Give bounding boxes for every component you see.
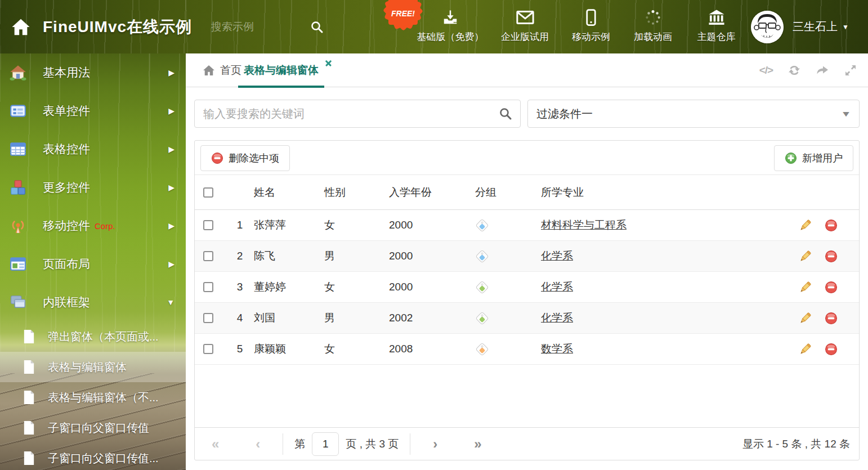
header-search <box>211 20 324 34</box>
keyword-search-box <box>194 100 521 128</box>
table-row: 5 康颖颖 女 2008 数学系 <box>195 334 859 365</box>
expand-icon[interactable] <box>843 64 858 77</box>
cubes-icon <box>9 179 27 196</box>
row-checkbox[interactable] <box>203 313 213 323</box>
chevron-right-icon: ▶ <box>168 221 175 230</box>
delete-row-icon[interactable] <box>825 343 838 356</box>
chevron-right-icon: ▶ <box>168 68 175 77</box>
file-icon <box>23 451 35 465</box>
envelope-icon <box>516 10 534 25</box>
pagination-bar: « ‹ 第 页 , 共 3 页 › » 显示 1 - 5 条 , 共 12 条 <box>195 427 859 460</box>
edit-pencil-icon[interactable] <box>799 281 812 294</box>
plus-circle-icon <box>785 152 797 164</box>
sidebar-item-form-controls[interactable]: 表单控件 ▶ <box>0 92 186 130</box>
column-header-name[interactable]: 姓名 <box>251 185 323 200</box>
top-header: FineUIMvc在线示例 FREE! 基础版（免费） <box>0 0 868 53</box>
refresh-icon[interactable] <box>787 64 802 77</box>
app-title: FineUIMvc在线示例 <box>43 16 192 38</box>
edit-pencil-icon[interactable] <box>799 343 812 356</box>
spinner-icon <box>645 9 661 26</box>
major-link[interactable]: 化学系 <box>541 250 573 262</box>
chevron-right-icon: ▶ <box>168 106 175 115</box>
header-nav: 基础版（免费） 企业版试用 移动示例 <box>414 8 751 43</box>
file-icon <box>23 390 35 405</box>
page-number-input[interactable] <box>312 432 339 456</box>
edit-pencil-icon[interactable] <box>799 312 812 325</box>
major-link[interactable]: 化学系 <box>541 312 573 324</box>
major-link[interactable]: 数学系 <box>541 343 573 355</box>
delete-row-icon[interactable] <box>825 281 838 294</box>
column-header-year[interactable]: 入学年份 <box>388 185 475 200</box>
user-menu[interactable]: 三生石上 ▼ <box>751 0 849 53</box>
delete-row-icon[interactable] <box>825 312 838 325</box>
delete-row-icon[interactable] <box>825 250 838 263</box>
antenna-icon <box>9 217 27 234</box>
add-user-button[interactable]: 新增用户 <box>774 145 853 171</box>
last-page-button[interactable]: » <box>474 437 481 451</box>
nav-item-theme-repo[interactable]: 主题仓库 <box>687 8 746 43</box>
sidebar-subitem-popup-window[interactable]: 弹出窗体（本页面或... <box>0 321 186 352</box>
sidebar-item-mobile-controls[interactable]: 移动控件 Corp. ▶ <box>0 207 186 245</box>
chevron-right-icon: ▶ <box>168 145 175 154</box>
tab-grid-edit-window[interactable]: 表格与编辑窗体 <box>238 53 324 87</box>
nav-item-basic-version[interactable]: 基础版（免费） <box>414 8 487 43</box>
tag-icon <box>475 311 489 325</box>
next-page-button[interactable]: › <box>433 437 437 451</box>
nav-item-mobile-demo[interactable]: 移动示例 <box>563 8 619 43</box>
major-link[interactable]: 化学系 <box>541 281 573 293</box>
sidebar-item-basic-usage[interactable]: 基本用法 ▶ <box>0 53 186 92</box>
delete-selected-button[interactable]: 删除选中项 <box>200 145 290 171</box>
sidebar-item-page-layout[interactable]: 页面布局 ▶ <box>0 245 186 283</box>
active-tab-underline <box>238 86 324 88</box>
column-header-gender[interactable]: 性别 <box>323 185 388 200</box>
row-checkbox[interactable] <box>203 344 213 354</box>
header-search-input[interactable] <box>211 21 296 33</box>
sidebar-subitem-grid-edit-window-2[interactable]: 表格与编辑窗体（不... <box>0 382 186 413</box>
sidebar: 基本用法 ▶ 表单控件 ▶ <box>0 53 186 470</box>
home-icon[interactable] <box>11 18 30 36</box>
row-checkbox[interactable] <box>203 220 213 230</box>
major-link[interactable]: 材料科学与工程系 <box>541 219 627 231</box>
tab-home[interactable]: 首页 <box>203 53 241 87</box>
sidebar-item-grid-controls[interactable]: 表格控件 ▶ <box>0 130 186 168</box>
row-checkbox[interactable] <box>203 282 213 292</box>
search-icon[interactable] <box>499 107 512 120</box>
form-icon <box>9 102 27 119</box>
delete-row-icon[interactable] <box>825 219 838 232</box>
select-all-checkbox[interactable] <box>203 187 213 198</box>
chevron-down-icon: ▼ <box>842 23 849 31</box>
filter-dropdown[interactable]: 过滤条件一 ▼ <box>527 100 860 128</box>
chevron-down-icon: ▼ <box>167 298 175 307</box>
record-summary: 显示 1 - 5 条 , 共 12 条 <box>742 437 850 451</box>
file-icon <box>23 329 35 344</box>
sidebar-item-more-controls[interactable]: 更多控件 ▶ <box>0 168 186 207</box>
sidebar-subitem-child-to-parent[interactable]: 子窗口向父窗口传值 <box>0 413 186 443</box>
close-icon[interactable] <box>325 59 332 66</box>
keyword-search-input[interactable] <box>195 108 499 120</box>
column-header-major[interactable]: 所学专业 <box>538 185 794 200</box>
edit-pencil-icon[interactable] <box>799 250 812 263</box>
code-icon[interactable]: </> <box>759 64 773 77</box>
search-icon[interactable] <box>310 20 324 34</box>
table-row: 4 刘国 男 2002 化学系 <box>195 303 859 334</box>
mobile-icon <box>586 9 596 26</box>
sidebar-subitem-child-to-parent-2[interactable]: 子窗口向父窗口传值... <box>0 443 186 470</box>
home-icon <box>9 64 27 81</box>
nav-item-loading-animation[interactable]: 加载动画 <box>625 8 681 43</box>
bank-icon <box>708 9 726 26</box>
row-checkbox[interactable] <box>203 251 213 261</box>
first-page-button[interactable]: « <box>212 437 219 451</box>
forward-icon[interactable] <box>815 64 830 77</box>
grid-panel: 删除选中项 新增用户 姓名 性别 入学年份 分组 <box>194 140 860 460</box>
corp-badge: Corp. <box>95 221 115 231</box>
sidebar-item-iframe[interactable]: 内联框架 ▼ <box>0 283 186 321</box>
edit-pencil-icon[interactable] <box>799 219 812 232</box>
page-label-suffix: 页 , 共 3 页 <box>346 437 399 451</box>
column-header-group[interactable]: 分组 <box>475 185 538 200</box>
prev-page-button[interactable]: ‹ <box>256 437 260 451</box>
tag-icon <box>475 218 489 232</box>
nav-item-enterprise-trial[interactable]: 企业版试用 <box>493 8 557 43</box>
table-row: 1 张萍萍 女 2000 材料科学与工程系 <box>195 210 859 241</box>
sidebar-subitem-grid-edit-window[interactable]: 表格与编辑窗体 <box>0 352 186 382</box>
minus-circle-icon <box>211 152 223 164</box>
